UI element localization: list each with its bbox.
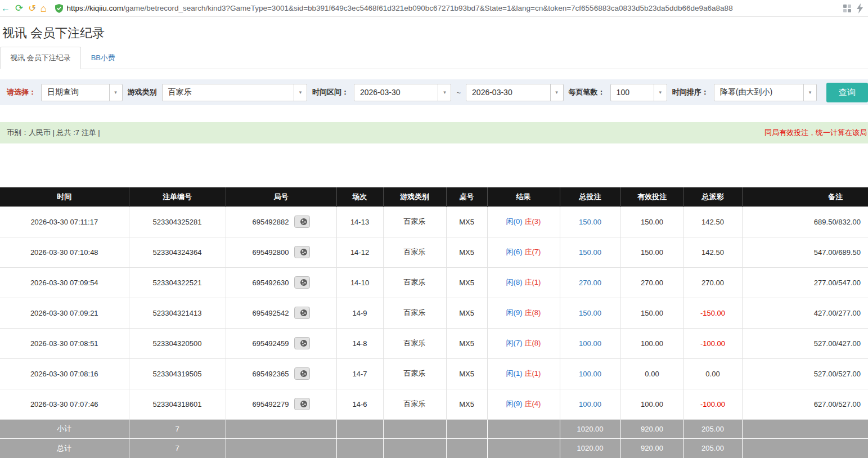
session-cell: 14-6 — [336, 389, 383, 419]
filter-bar: 请选择： 日期查询 ▾ 游戏类别 百家乐 ▾ 时间区间： 2026-03-30 … — [0, 79, 868, 105]
time-cell: 2026-03-30 07:11:17 — [0, 206, 129, 237]
round-number: 695492882 — [252, 218, 289, 226]
round-number: 695492542 — [252, 309, 289, 317]
tab-bb-tip[interactable]: BB小费 — [81, 47, 125, 69]
refresh-icon[interactable]: ⟳ — [15, 3, 23, 13]
table-no-cell: MX5 — [446, 389, 487, 419]
date-from-select[interactable]: 2026-03-30 ▾ — [354, 84, 452, 101]
table-row: 2026-03-30 07:08:51 523304320500 6954924… — [0, 328, 868, 358]
chevron-down-icon[interactable]: ▾ — [109, 84, 122, 101]
url-domain: https://kiqiiu.com — [67, 4, 124, 12]
round-cell: 695492279 — [226, 389, 336, 419]
table-row: 2026-03-30 07:09:54 523304322521 6954926… — [0, 267, 868, 298]
url-text[interactable]: https://kiqiiu.com/game/betrecord_search… — [67, 4, 733, 12]
total-bet-link[interactable]: 100.00 — [560, 358, 620, 389]
game-type-cell: 百家乐 — [383, 358, 446, 389]
home-icon[interactable]: ⌂ — [41, 3, 47, 14]
chevron-down-icon[interactable]: ▾ — [438, 84, 451, 101]
note-cell: 547.00/689.50 — [742, 237, 868, 267]
chevron-down-icon[interactable]: ▾ — [654, 84, 667, 101]
total-bet-link[interactable]: 150.00 — [560, 206, 620, 237]
date-to-select[interactable]: 2026-03-30 ▾ — [466, 84, 564, 101]
replay-video-icon[interactable] — [294, 276, 310, 289]
total-bet-link[interactable]: 100.00 — [560, 389, 620, 419]
browser-toolbar: ← ⟳ ↺ ▾ ⌂ https://kiqiiu.com/game/betrec… — [0, 0, 868, 17]
extension-icon[interactable] — [843, 4, 852, 13]
table-no-cell: MX5 — [446, 298, 487, 328]
page-size-select[interactable]: 100 ▾ — [610, 84, 667, 101]
round-cell: 695492365 — [226, 358, 336, 389]
result-player: 闲(0) — [506, 217, 523, 226]
date-to-value: 2026-03-30 — [466, 84, 550, 101]
undo-dropdown-caret-icon[interactable]: ▾ — [33, 6, 35, 11]
currency-total-text: 币别：人民币 | 总共 :7 注单 | — [7, 128, 100, 138]
note-cell: 427.00/277.00 — [742, 298, 868, 328]
lightning-icon[interactable] — [856, 3, 863, 14]
note-cell: 277.00/547.00 — [742, 267, 868, 298]
note-cell: 527.00/427.00 — [742, 328, 868, 358]
page-size-value: 100 — [611, 84, 654, 101]
total-label: 总计 — [0, 438, 129, 458]
total-bet-link[interactable]: 150.00 — [560, 237, 620, 267]
replay-video-icon[interactable] — [294, 398, 310, 410]
table-row: 2026-03-30 07:07:46 523304318601 6954922… — [0, 389, 868, 419]
total-bet-link[interactable]: 150.00 — [560, 298, 620, 328]
valid-bet-cell: 100.00 — [620, 328, 683, 358]
time-sort-value: 降幂(由大到小) — [714, 84, 803, 101]
chevron-down-icon[interactable]: ▾ — [550, 84, 563, 101]
chevron-down-icon[interactable]: ▾ — [294, 84, 307, 101]
payout-cell: 142.50 — [683, 237, 742, 267]
game-type-cell: 百家乐 — [383, 389, 446, 419]
payout-cell: 270.00 — [683, 267, 742, 298]
session-cell: 14-13 — [336, 206, 383, 237]
time-range-label: 时间区间： — [312, 87, 349, 97]
replay-video-icon[interactable] — [294, 215, 310, 228]
table-footer: 小计 7 1020.00 920.00 205.00 总计 7 1020.00 … — [0, 419, 868, 458]
replay-video-icon[interactable] — [294, 337, 310, 349]
chevron-down-icon[interactable]: ▾ — [803, 84, 816, 101]
replay-video-icon[interactable] — [294, 246, 310, 258]
security-shield-icon — [55, 4, 63, 13]
result-cell: 闲(8)庄(1) — [487, 267, 560, 298]
time-cell: 2026-03-30 07:08:16 — [0, 358, 129, 389]
summary-bar: 币别：人民币 | 总共 :7 注单 | 同局有效投注，统一计算在该局 — [0, 122, 868, 143]
bet-id-cell: 523304319505 — [129, 358, 226, 389]
bet-id-cell: 523304320500 — [129, 328, 226, 358]
time-sort-select[interactable]: 降幂(由大到小) ▾ — [714, 84, 817, 101]
header-bet-id: 注单编号 — [129, 187, 226, 206]
session-cell: 14-9 — [336, 298, 383, 328]
total-bet-link[interactable]: 100.00 — [560, 328, 620, 358]
total-row: 总计 7 1020.00 920.00 205.00 — [0, 438, 868, 458]
page-title: 视讯 会员下注纪录 — [0, 17, 868, 47]
back-icon[interactable]: ← — [1, 4, 10, 13]
address-bar[interactable]: https://kiqiiu.com/game/betrecord_search… — [52, 2, 838, 15]
time-cell: 2026-03-30 07:07:46 — [0, 389, 129, 419]
result-banker: 庄(7) — [525, 248, 541, 256]
query-type-select[interactable]: 日期查询 ▾ — [41, 84, 123, 101]
result-cell: 闲(9)庄(4) — [487, 389, 560, 419]
session-cell: 14-8 — [336, 328, 383, 358]
result-cell: 闲(7)庄(8) — [487, 328, 560, 358]
result-player: 闲(8) — [506, 278, 523, 286]
replay-video-icon[interactable] — [294, 307, 310, 319]
result-cell: 闲(1)庄(1) — [487, 358, 560, 389]
session-cell: 14-12 — [336, 237, 383, 267]
round-number: 695492630 — [252, 279, 289, 287]
game-type-select[interactable]: 百家乐 ▾ — [162, 84, 307, 101]
session-cell: 14-10 — [336, 267, 383, 298]
replay-video-icon[interactable] — [294, 367, 310, 380]
game-type-value: 百家乐 — [163, 84, 294, 101]
result-cell: 闲(6)庄(7) — [487, 237, 560, 267]
tab-bet-records[interactable]: 视讯 会员下注纪录 — [0, 47, 81, 69]
table-row: 2026-03-30 07:09:21 523304321413 6954925… — [0, 298, 868, 328]
search-button[interactable]: 查询 — [826, 83, 868, 102]
bet-id-cell: 523304318601 — [129, 389, 226, 419]
total-bet-link[interactable]: 270.00 — [560, 267, 620, 298]
payout-cell: -100.00 — [683, 328, 742, 358]
round-number: 695492365 — [252, 370, 289, 378]
result-banker: 庄(8) — [525, 308, 541, 317]
subtotal-count: 7 — [129, 419, 226, 438]
result-cell: 闲(0)庄(3) — [487, 206, 560, 237]
date-from-value: 2026-03-30 — [354, 84, 438, 101]
result-banker: 庄(1) — [525, 369, 541, 378]
